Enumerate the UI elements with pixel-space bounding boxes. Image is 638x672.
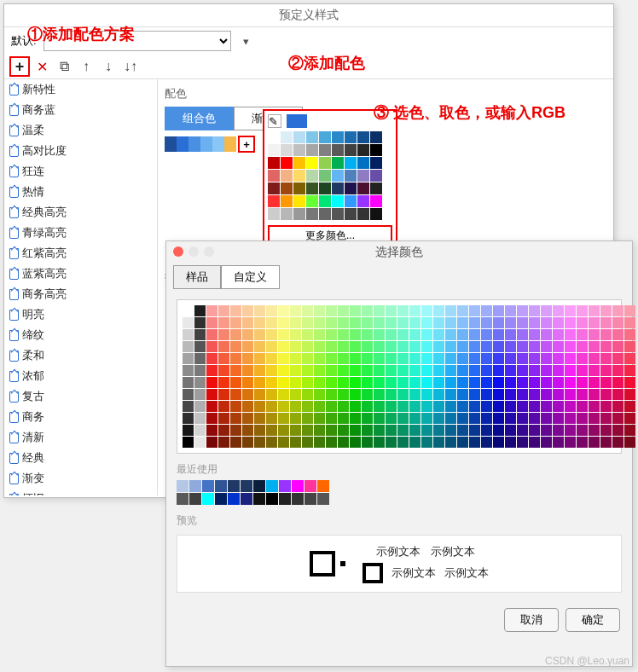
- palette-cell[interactable]: [370, 157, 382, 169]
- palette-cell[interactable]: [589, 317, 600, 328]
- palette-cell[interactable]: [612, 353, 624, 364]
- palette-cell[interactable]: [254, 341, 265, 352]
- palette-cell[interactable]: [206, 305, 218, 316]
- palette-cell[interactable]: [541, 317, 552, 328]
- palette-cell[interactable]: [433, 365, 444, 376]
- recent-color-cell[interactable]: [189, 480, 201, 492]
- palette-cell[interactable]: [350, 437, 361, 448]
- palette-cell[interactable]: [397, 365, 409, 376]
- palette-cell[interactable]: [218, 365, 229, 376]
- palette-cell[interactable]: [268, 182, 280, 194]
- palette-cell[interactable]: [624, 341, 635, 352]
- palette-cell[interactable]: [278, 377, 289, 388]
- palette-cell[interactable]: [421, 365, 432, 376]
- palette-cell[interactable]: [374, 341, 385, 352]
- palette-cell[interactable]: [386, 305, 397, 316]
- palette-cell[interactable]: [565, 425, 576, 436]
- palette-cell[interactable]: [386, 329, 397, 340]
- palette-cell[interactable]: [345, 208, 357, 220]
- palette-cell[interactable]: [374, 305, 385, 316]
- palette-cell[interactable]: [409, 341, 420, 352]
- palette-cell[interactable]: [266, 437, 277, 448]
- palette-cell[interactable]: [306, 195, 318, 207]
- palette-cell[interactable]: [218, 329, 229, 340]
- big-palette[interactable]: [183, 305, 616, 448]
- palette-cell[interactable]: [541, 329, 552, 340]
- move-down-button[interactable]: ↓: [98, 56, 119, 77]
- palette-cell[interactable]: [445, 377, 456, 388]
- palette-cell[interactable]: [302, 437, 313, 448]
- palette-cell[interactable]: [314, 413, 325, 424]
- palette-cell[interactable]: [409, 317, 420, 328]
- eyedropper-icon[interactable]: ✎: [268, 114, 281, 128]
- palette-cell[interactable]: [266, 389, 277, 400]
- palette-cell[interactable]: [505, 329, 516, 340]
- palette-cell[interactable]: [505, 377, 516, 388]
- color-swatch[interactable]: [200, 136, 212, 152]
- palette-cell[interactable]: [319, 131, 331, 143]
- palette-cell[interactable]: [589, 425, 600, 436]
- palette-cell[interactable]: [386, 317, 397, 328]
- palette-cell[interactable]: [565, 413, 576, 424]
- palette-cell[interactable]: [541, 425, 552, 436]
- palette-cell[interactable]: [362, 389, 373, 400]
- palette-cell[interactable]: [505, 389, 516, 400]
- palette-cell[interactable]: [589, 377, 600, 388]
- palette-cell[interactable]: [319, 157, 331, 169]
- palette-cell[interactable]: [293, 131, 305, 143]
- palette-cell[interactable]: [194, 437, 206, 448]
- palette-cell[interactable]: [254, 413, 265, 424]
- palette-cell[interactable]: [529, 425, 540, 436]
- recent-color-cell[interactable]: [266, 480, 278, 492]
- palette-cell[interactable]: [421, 329, 432, 340]
- palette-cell[interactable]: [302, 413, 313, 424]
- recent-color-cell[interactable]: [253, 480, 265, 492]
- palette-cell[interactable]: [541, 437, 552, 448]
- palette-cell[interactable]: [421, 425, 432, 436]
- palette-cell[interactable]: [350, 341, 361, 352]
- palette-cell[interactable]: [445, 425, 456, 436]
- palette-cell[interactable]: [293, 170, 305, 182]
- recent-color-cell[interactable]: [177, 480, 188, 492]
- palette-cell[interactable]: [293, 157, 305, 169]
- palette-cell[interactable]: [577, 317, 588, 328]
- recent-color-cell[interactable]: [292, 480, 304, 492]
- palette-cell[interactable]: [600, 305, 612, 316]
- palette-cell[interactable]: [374, 389, 385, 400]
- palette-cell[interactable]: [421, 389, 432, 400]
- palette-cell[interactable]: [230, 329, 241, 340]
- palette-cell[interactable]: [314, 425, 325, 436]
- palette-cell[interactable]: [457, 317, 468, 328]
- palette-cell[interactable]: [589, 437, 600, 448]
- palette-cell[interactable]: [370, 170, 382, 182]
- palette-cell[interactable]: [350, 329, 361, 340]
- palette-cell[interactable]: [206, 329, 218, 340]
- palette-cell[interactable]: [565, 305, 576, 316]
- palette-cell[interactable]: [505, 365, 516, 376]
- palette-cell[interactable]: [517, 329, 528, 340]
- palette-cell[interactable]: [517, 341, 528, 352]
- palette-cell[interactable]: [589, 305, 600, 316]
- palette-cell[interactable]: [254, 305, 265, 316]
- palette-cell[interactable]: [370, 195, 382, 207]
- palette-cell[interactable]: [218, 425, 229, 436]
- list-item[interactable]: 浓郁: [4, 366, 157, 386]
- palette-cell[interactable]: [457, 341, 468, 352]
- color-swatch[interactable]: [165, 136, 177, 152]
- palette-cell[interactable]: [326, 365, 337, 376]
- palette-cell[interactable]: [600, 353, 612, 364]
- palette-cell[interactable]: [230, 305, 241, 316]
- palette-cell[interactable]: [445, 305, 456, 316]
- palette-cell[interactable]: [374, 329, 385, 340]
- palette-cell[interactable]: [338, 437, 349, 448]
- palette-cell[interactable]: [517, 317, 528, 328]
- palette-cell[interactable]: [386, 353, 397, 364]
- palette-cell[interactable]: [553, 413, 564, 424]
- palette-cell[interactable]: [281, 157, 293, 169]
- palette-cell[interactable]: [553, 365, 564, 376]
- palette-cell[interactable]: [206, 389, 218, 400]
- recent-color-cell[interactable]: [189, 493, 201, 505]
- palette-cell[interactable]: [314, 377, 325, 388]
- recent-color-cell[interactable]: [177, 493, 188, 505]
- palette-cell[interactable]: [314, 365, 325, 376]
